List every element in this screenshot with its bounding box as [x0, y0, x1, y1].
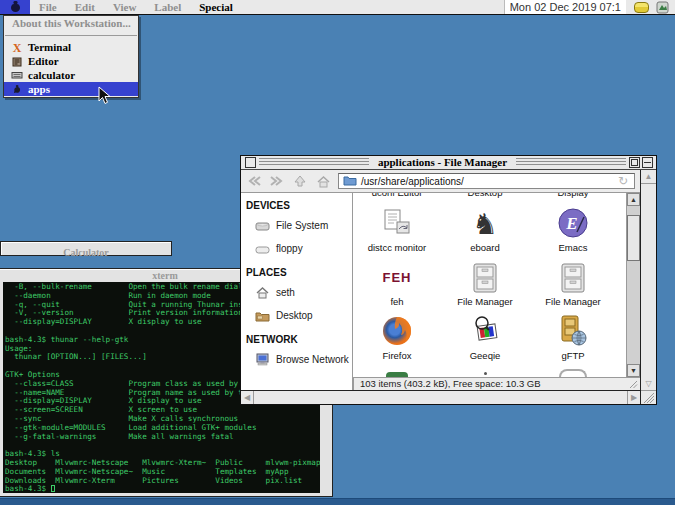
terminal-cursor	[51, 485, 56, 492]
up-button[interactable]	[292, 174, 308, 189]
file-icon-label-partial: Desktop	[441, 193, 529, 198]
calculator-icon	[11, 69, 23, 81]
sidebar-item-browse-network[interactable]: Browse Network	[241, 348, 352, 371]
file-icon-label: File Manager	[545, 296, 600, 307]
iconview-scrollbar[interactable]: ▲ ▼	[626, 193, 640, 377]
menu-file[interactable]: File	[30, 0, 66, 14]
sidebar-item-file-system[interactable]: File System	[241, 214, 352, 237]
file-icon-eboard[interactable]: ♞eboard	[441, 203, 529, 257]
file-icon-firefox[interactable]: Firefox	[353, 311, 441, 365]
desktop-bottom-edge	[0, 498, 675, 505]
sidebar-item-label: Desktop	[276, 310, 313, 321]
terminal-window-title: xterm	[152, 270, 178, 281]
file-icon-file-manager[interactable]: File Manager	[441, 257, 529, 311]
sidebar-item-label: floppy	[276, 243, 303, 254]
scroll-down-icon[interactable]: ▼	[627, 364, 640, 377]
folder-icon	[255, 310, 270, 322]
window-bottom-scrollbar[interactable]: ◀ ▶	[241, 390, 640, 404]
menubar: FileEditViewLabelSpecial Mon 02 Dec 2019…	[0, 0, 675, 15]
harddrive-icon	[255, 220, 270, 232]
menu-label[interactable]: Label	[145, 0, 190, 14]
path-text: /usr/share/applications/	[361, 176, 464, 187]
titlebar-stripes	[516, 158, 626, 167]
home-button[interactable]	[315, 174, 331, 189]
svg-text:E: E	[565, 214, 577, 233]
scroll-up-icon[interactable]: ▲	[627, 193, 640, 206]
forward-button[interactable]	[269, 174, 285, 189]
menu-item-label: Terminal	[28, 41, 71, 53]
floppy-icon	[255, 243, 270, 255]
menu-item-calculator[interactable]: calculator	[4, 68, 138, 82]
sidebar-header-devices: DEVICES	[241, 193, 352, 214]
menu-item-label: apps	[28, 83, 50, 95]
maximize-button[interactable]	[629, 157, 640, 168]
close-button[interactable]	[245, 157, 256, 168]
file-icon-distcc-monitor[interactable]: distcc monitor	[353, 203, 441, 257]
menu-item-editor[interactable]: Editor	[4, 54, 138, 68]
folder-icon	[343, 175, 357, 188]
menu-item-apps[interactable]: apps	[4, 82, 138, 96]
scroll-left-icon[interactable]: ◀	[241, 391, 254, 404]
gftp-icon	[557, 311, 589, 347]
reload-icon[interactable]: ↻	[618, 175, 628, 187]
shade-button[interactable]	[642, 157, 653, 168]
file-manager-titlebar[interactable]: applications - File Manager	[241, 156, 656, 170]
file-icon-geeqie[interactable]: Geeqie	[441, 311, 529, 365]
menu-item-about-workstation[interactable]: About this Workstation...	[4, 16, 138, 31]
notes-icon[interactable]	[634, 2, 649, 13]
scroll-up-icon[interactable]: ▲	[641, 170, 656, 184]
back-button[interactable]	[246, 174, 262, 189]
file-icon-label: Firefox	[382, 350, 411, 361]
menubar-menus: FileEditViewLabelSpecial	[30, 0, 242, 14]
file-icon-gftp[interactable]: gFTP	[529, 311, 617, 365]
sidebar-item-label: Browse Network	[276, 354, 349, 365]
menu-item-terminal[interactable]: XTerminal	[4, 40, 138, 54]
workstation-menu: About this Workstation... XTerminalEdito…	[3, 15, 139, 98]
window-resize-corner[interactable]	[641, 390, 656, 404]
workstation-menu-items: XTerminalEditorcalculatorapps	[4, 40, 138, 96]
terminal-line: --g-fatal-warnings Make all warnings fat…	[5, 433, 318, 442]
menubar-right: Mon 02 Dec 2019 07:1	[504, 0, 675, 14]
editor-icon	[11, 55, 23, 67]
eboard-icon: ♞	[472, 203, 498, 239]
workstation-menu-button[interactable]	[0, 0, 30, 14]
resize-grip-icon[interactable]	[628, 379, 638, 389]
file-icon-label: distcc monitor	[368, 242, 427, 253]
file-icon-label: gFTP	[561, 350, 584, 361]
calculator-window[interactable]: Calculator	[0, 241, 172, 256]
file-manager-title: applications - File Manager	[372, 156, 513, 169]
menu-edit[interactable]: Edit	[66, 0, 104, 14]
statusbar-text: 103 items (403.2 kB), Free space: 10.3 G…	[360, 378, 541, 390]
partial-icon-row: dconf EditorDesktopDisplay	[353, 193, 617, 198]
terminal-icon: X	[11, 41, 23, 53]
menu-separator	[5, 35, 137, 36]
terminal-line: bash-4.3$	[5, 485, 318, 493]
statusbar: 103 items (403.2 kB), Free space: 10.3 G…	[353, 377, 640, 390]
sidebar-header-places: PLACES	[241, 260, 352, 281]
filemanager-icon	[473, 257, 497, 293]
file-manager-window: applications - File Manager /usr/share/a…	[240, 155, 657, 405]
scroll-down-icon[interactable]: ▽	[641, 377, 656, 390]
file-icon-feh[interactable]: FEHfeh	[353, 257, 441, 311]
path-field[interactable]: /usr/share/applications/ ↻	[338, 173, 635, 189]
tray-app-icon[interactable]	[656, 1, 669, 14]
sidebar-item-desktop[interactable]: Desktop	[241, 304, 352, 327]
file-icon-emacs[interactable]: EEmacs	[529, 203, 617, 257]
window-right-scrollbar[interactable]: ▲ ▽	[640, 170, 656, 404]
file-icon-label-partial: Display	[529, 193, 617, 198]
calculator-window-title: Calculator	[63, 247, 109, 258]
file-icon-file-manager[interactable]: File Manager	[529, 257, 617, 311]
mlvwm-logo-icon	[9, 0, 22, 15]
apps-icon	[11, 83, 23, 95]
scrollbar-thumb[interactable]	[627, 215, 640, 261]
sidebar-item-seth[interactable]: seth	[241, 281, 352, 304]
emacs-icon: E	[557, 203, 589, 239]
file-manager-iconview[interactable]: dconf EditorDesktopDisplay distcc monito…	[353, 193, 626, 377]
menu-item-label: Editor	[28, 55, 59, 67]
menu-view[interactable]: View	[104, 0, 145, 14]
sidebar-item-floppy[interactable]: floppy	[241, 237, 352, 260]
menubar-clock: Mon 02 Dec 2019 07:1	[504, 0, 626, 14]
menu-special[interactable]: Special	[190, 0, 242, 14]
scroll-right-icon[interactable]: ▶	[627, 391, 640, 404]
terminal-line: Downloads Mlvwmrc-Xterm Pictures Videos …	[5, 477, 318, 486]
